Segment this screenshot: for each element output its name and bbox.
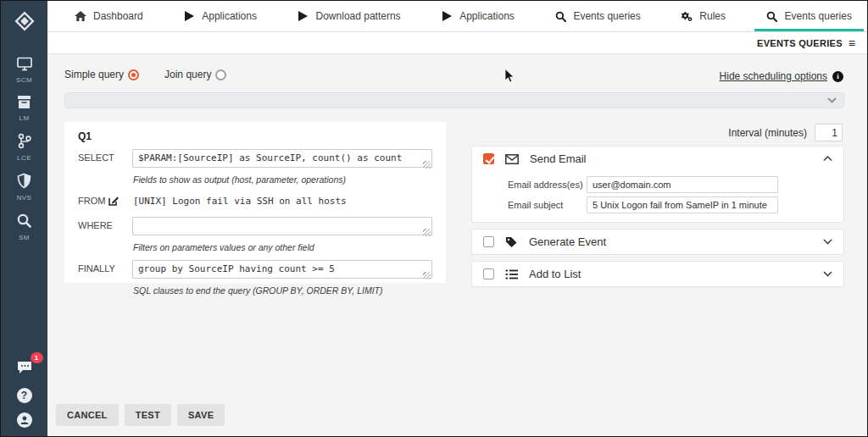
envelope-icon: [505, 154, 519, 164]
where-input[interactable]: [132, 217, 432, 235]
page-title: EVENTS QUERIES: [757, 38, 843, 48]
nav-item-events-queries-active[interactable]: Events queries: [754, 1, 864, 31]
search-icon: [554, 11, 566, 22]
simple-query-radio[interactable]: [128, 69, 139, 80]
join-query-radio[interactable]: [215, 69, 226, 80]
select-row: SELECT $PARAM:[SourceIP] as SourceIP, co…: [78, 149, 432, 191]
email-subject-label: Email subject: [508, 200, 587, 210]
chat-button[interactable]: 1: [16, 360, 33, 379]
help-button[interactable]: ?: [17, 388, 32, 403]
archive-box-icon: [16, 95, 32, 109]
chevron-down-icon: [827, 97, 837, 103]
query-builder-panel: Q1 SELECT $PARAM:[SourceIP] as SourceIP,…: [64, 122, 446, 283]
hamburger-menu-icon[interactable]: ≡: [849, 37, 855, 49]
user-icon: [19, 415, 30, 425]
chat-bubble-icon: [16, 360, 33, 375]
nav-item-label: Rules: [699, 10, 726, 22]
nav-item-applications-2[interactable]: Applications: [429, 1, 526, 31]
list-icon: [505, 269, 518, 279]
finally-help: SQL clauses to end the query (GROUP BY, …: [133, 285, 432, 296]
sidebar-item-scm[interactable]: SCM: [16, 57, 33, 84]
select-input[interactable]: $PARAM:[SourceIP] as SourceIP, count() a…: [132, 149, 432, 168]
page-header: EVENTS QUERIES ≡: [47, 32, 867, 54]
from-row: FROM [UNIX] Logon fail via SSH on all ho…: [78, 192, 432, 215]
email-subject-input[interactable]: [587, 196, 778, 213]
question-mark-icon: ?: [21, 390, 27, 401]
generate-event-header[interactable]: Generate Event: [472, 230, 843, 254]
magnifier-icon: [16, 213, 32, 229]
sidebar-item-lm[interactable]: LM: [16, 95, 32, 122]
git-branch-icon: [17, 133, 32, 149]
nav-item-label: Applications: [202, 10, 257, 22]
gear-icon: [681, 11, 693, 22]
generate-event-panel: Generate Event: [471, 229, 844, 255]
monitor-icon: [16, 57, 33, 71]
simple-query-label: Simple query: [64, 69, 124, 80]
cancel-button[interactable]: CANCEL: [56, 404, 119, 426]
sidebar-item-sm[interactable]: SM: [16, 213, 32, 241]
chevron-down-icon[interactable]: [823, 271, 832, 277]
email-address-row: Email address(es): [472, 176, 843, 193]
send-email-header[interactable]: Send Email: [472, 147, 843, 171]
query-title: Q1: [78, 130, 432, 142]
play-icon: [298, 11, 309, 21]
events-queries-page: { "colors": { "accent_teal": "#1abc9c", …: [0, 0, 868, 437]
join-query-option[interactable]: Join query: [164, 69, 226, 80]
nav-item-label: Download patterns: [316, 10, 401, 22]
add-to-list-title: Add to List: [529, 268, 581, 280]
join-query-label: Join query: [164, 69, 211, 80]
app-logo-icon[interactable]: [12, 8, 37, 37]
test-button[interactable]: TEST: [125, 404, 171, 426]
nav-item-label: Events queries: [785, 10, 852, 22]
from-value[interactable]: [UNIX] Logon fail via SSH on all hosts: [132, 192, 432, 215]
info-icon[interactable]: i: [832, 71, 843, 82]
sidebar: SCM LM LCE NVS SM 1: [1, 1, 47, 436]
query-type-selector: Simple query Join query: [64, 69, 226, 80]
add-to-list-checkbox[interactable]: [483, 268, 494, 279]
nav-item-rules[interactable]: Rules: [669, 1, 737, 31]
nav-item-dashboard[interactable]: Dashboard: [63, 1, 155, 31]
nav-item-events-queries-1[interactable]: Events queries: [542, 1, 652, 31]
account-button[interactable]: [17, 412, 32, 428]
edit-icon[interactable]: [108, 196, 119, 206]
where-row: WHERE Filters on parameters values or an…: [78, 217, 432, 258]
sidebar-bottom: 1 ?: [16, 360, 33, 436]
nav-item-label: Dashboard: [93, 10, 143, 22]
add-to-list-header[interactable]: Add to List: [472, 262, 843, 286]
query-select-dropdown[interactable]: [64, 92, 844, 108]
where-label: WHERE: [78, 217, 132, 230]
email-address-input[interactable]: [587, 176, 778, 193]
finally-input[interactable]: group by SourceIP having count >= 5: [132, 260, 432, 279]
top-navigation: Dashboard Applications Download patterns…: [47, 1, 867, 32]
save-button[interactable]: SAVE: [177, 404, 225, 426]
search-icon: [766, 11, 778, 22]
email-address-label: Email address(es): [508, 180, 587, 190]
generate-event-checkbox[interactable]: [483, 236, 494, 247]
sidebar-item-label: LCE: [17, 154, 32, 162]
sidebar-item-label: SM: [16, 234, 32, 241]
sidebar-item-label: SCM: [16, 76, 33, 84]
home-icon: [75, 11, 86, 21]
main-content: Simple query Join query Hide scheduling …: [47, 54, 867, 436]
play-icon: [441, 11, 453, 21]
sidebar-item-lce[interactable]: LCE: [17, 133, 32, 162]
send-email-checkbox[interactable]: [483, 153, 494, 164]
nav-item-download-patterns[interactable]: Download patterns: [286, 1, 413, 31]
where-help: Filters on parameters values or any othe…: [133, 242, 432, 252]
tag-icon: [505, 236, 518, 247]
hide-scheduling-link[interactable]: Hide scheduling options: [720, 70, 827, 82]
sidebar-item-label: LM: [16, 114, 32, 122]
chevron-down-icon[interactable]: [823, 239, 832, 245]
sidebar-item-nvs[interactable]: NVS: [17, 173, 32, 202]
chevron-up-icon[interactable]: [823, 156, 832, 162]
send-email-body: Email address(es) Email subject: [472, 171, 843, 222]
nav-item-applications-1[interactable]: Applications: [171, 1, 269, 31]
generate-event-title: Generate Event: [529, 235, 606, 248]
notification-badge: 1: [31, 352, 43, 363]
interval-label: Interval (minutes): [728, 127, 807, 139]
shield-icon: [17, 173, 31, 189]
finally-row: FINALLY group by SourceIP having count >…: [78, 260, 432, 301]
add-to-list-panel: Add to List: [471, 261, 844, 287]
interval-input[interactable]: [815, 124, 843, 141]
simple-query-option[interactable]: Simple query: [64, 69, 139, 80]
